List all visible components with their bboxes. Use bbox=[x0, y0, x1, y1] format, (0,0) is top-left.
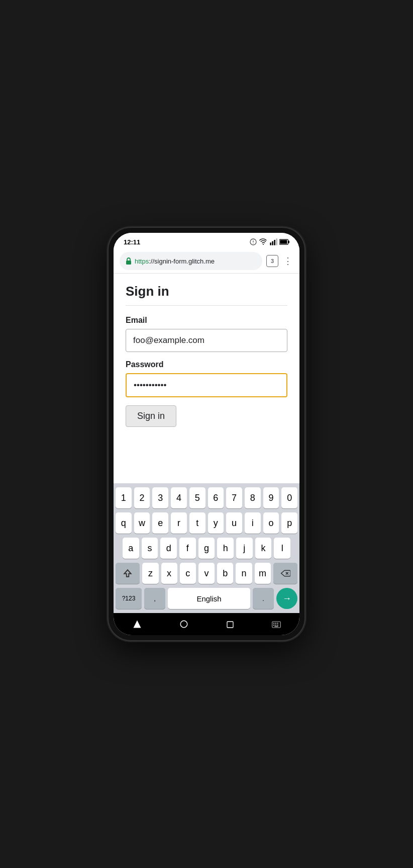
key-y[interactable]: y bbox=[208, 512, 224, 534]
svg-point-2 bbox=[253, 243, 253, 243]
svg-rect-23 bbox=[277, 625, 278, 626]
tab-count[interactable]: 3 bbox=[266, 255, 278, 267]
status-time: 12:11 bbox=[124, 238, 140, 246]
key-x[interactable]: x bbox=[161, 563, 177, 584]
period-key[interactable]: . bbox=[253, 588, 274, 609]
svg-rect-16 bbox=[227, 622, 233, 628]
back-button[interactable] bbox=[133, 620, 142, 629]
email-label: Email bbox=[126, 316, 287, 325]
bottom-nav bbox=[114, 613, 299, 635]
keyboard-row-qwerty: q w e r t y u i o p bbox=[116, 512, 297, 534]
sign-in-button[interactable]: Sign in bbox=[126, 405, 176, 427]
url-scheme: https://signin-form.glitch.me bbox=[135, 257, 215, 265]
page-title: Sign in bbox=[126, 284, 287, 299]
svg-rect-5 bbox=[272, 241, 273, 245]
key-h[interactable]: h bbox=[217, 538, 234, 559]
svg-rect-10 bbox=[288, 241, 289, 243]
key-s[interactable]: s bbox=[142, 538, 158, 559]
key-t[interactable]: t bbox=[189, 512, 205, 534]
key-f[interactable]: f bbox=[179, 538, 196, 559]
key-b[interactable]: b bbox=[217, 563, 233, 584]
svg-rect-20 bbox=[277, 623, 278, 624]
menu-button[interactable]: ⋮ bbox=[282, 255, 293, 267]
svg-rect-6 bbox=[274, 240, 275, 245]
key-m[interactable]: m bbox=[255, 563, 271, 584]
key-c[interactable]: c bbox=[180, 563, 196, 584]
comma-key[interactable]: , bbox=[144, 588, 165, 609]
page-content: Sign in Email Password Sign in bbox=[114, 274, 299, 483]
backspace-key[interactable] bbox=[273, 563, 297, 584]
key-1[interactable]: 1 bbox=[116, 487, 132, 508]
key-r[interactable]: r bbox=[171, 512, 187, 534]
notification-icon bbox=[249, 238, 257, 246]
keyboard-bottom-row: ?123 , English . → bbox=[116, 588, 297, 609]
signal-icon bbox=[269, 238, 277, 246]
key-z[interactable]: z bbox=[142, 563, 158, 584]
spacebar-key[interactable]: English bbox=[168, 588, 250, 609]
key-5[interactable]: 5 bbox=[189, 487, 205, 508]
key-u[interactable]: u bbox=[226, 512, 242, 534]
keyboard: 1 2 3 4 5 6 7 8 9 0 q w e r t y u i bbox=[114, 483, 299, 613]
keyboard-row-numbers: 1 2 3 4 5 6 7 8 9 0 bbox=[116, 487, 297, 508]
keyboard-button[interactable] bbox=[272, 620, 281, 628]
key-3[interactable]: 3 bbox=[152, 487, 168, 508]
svg-rect-11 bbox=[126, 261, 131, 265]
key-p[interactable]: p bbox=[281, 512, 297, 534]
svg-rect-22 bbox=[275, 625, 276, 626]
key-i[interactable]: i bbox=[245, 512, 261, 534]
phone-frame: 12:11 bbox=[109, 228, 304, 640]
key-v[interactable]: v bbox=[198, 563, 215, 584]
wifi-icon bbox=[259, 238, 267, 246]
key-g[interactable]: g bbox=[198, 538, 215, 559]
key-n[interactable]: n bbox=[236, 563, 252, 584]
status-bar: 12:11 bbox=[114, 233, 299, 249]
svg-marker-14 bbox=[133, 621, 141, 628]
status-icons bbox=[249, 238, 289, 246]
key-k[interactable]: k bbox=[255, 538, 272, 559]
email-input[interactable] bbox=[126, 329, 287, 352]
svg-rect-19 bbox=[275, 623, 276, 624]
key-0[interactable]: 0 bbox=[281, 487, 297, 508]
key-o[interactable]: o bbox=[263, 512, 279, 534]
key-e[interactable]: e bbox=[152, 512, 168, 534]
password-label: Password bbox=[126, 360, 287, 369]
key-6[interactable]: 6 bbox=[208, 487, 224, 508]
home-button[interactable] bbox=[179, 620, 188, 629]
svg-rect-7 bbox=[276, 238, 277, 245]
svg-point-3 bbox=[263, 244, 264, 245]
recents-button[interactable] bbox=[226, 620, 234, 628]
svg-rect-18 bbox=[273, 623, 274, 624]
key-7[interactable]: 7 bbox=[226, 487, 242, 508]
enter-key[interactable]: → bbox=[276, 588, 297, 609]
keyboard-row-zxcv: z x c v b n m bbox=[116, 563, 297, 584]
url-display: https://signin-form.glitch.me bbox=[135, 256, 215, 266]
sym-key[interactable]: ?123 bbox=[116, 588, 142, 609]
key-2[interactable]: 2 bbox=[134, 487, 150, 508]
key-l[interactable]: l bbox=[274, 538, 290, 559]
key-8[interactable]: 8 bbox=[245, 487, 261, 508]
svg-rect-9 bbox=[280, 240, 287, 244]
phone-screen: 12:11 bbox=[114, 233, 299, 635]
divider bbox=[126, 305, 287, 306]
key-j[interactable]: j bbox=[236, 538, 253, 559]
browser-chrome: https://signin-form.glitch.me 3 ⋮ bbox=[114, 249, 299, 274]
battery-icon bbox=[279, 238, 289, 245]
key-4[interactable]: 4 bbox=[171, 487, 187, 508]
password-input[interactable] bbox=[126, 373, 287, 397]
keyboard-row-asdf: a s d f g h j k l bbox=[116, 538, 297, 559]
key-9[interactable]: 9 bbox=[263, 487, 279, 508]
svg-rect-24 bbox=[274, 626, 278, 627]
key-w[interactable]: w bbox=[134, 512, 150, 534]
shift-key[interactable] bbox=[116, 563, 140, 584]
key-d[interactable]: d bbox=[160, 538, 177, 559]
svg-rect-4 bbox=[270, 242, 271, 245]
svg-rect-21 bbox=[273, 625, 274, 626]
url-bar[interactable]: https://signin-form.glitch.me bbox=[120, 252, 262, 270]
lock-icon bbox=[126, 257, 132, 265]
key-q[interactable]: q bbox=[116, 512, 132, 534]
svg-point-15 bbox=[180, 621, 187, 628]
key-a[interactable]: a bbox=[123, 538, 139, 559]
